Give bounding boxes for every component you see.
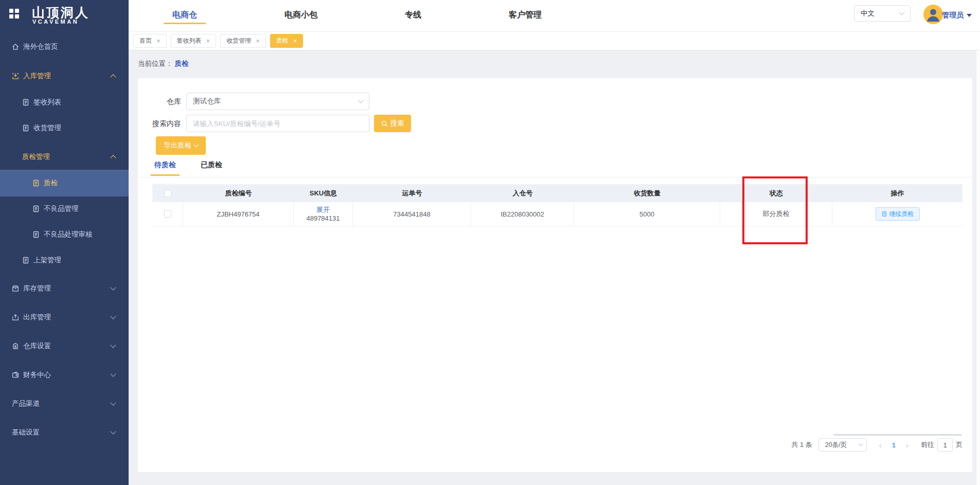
sidebar-item-product-channel[interactable]: 产品渠道	[0, 391, 129, 417]
current-page[interactable]: 1	[887, 441, 901, 449]
nav-tab-ecommerce-parcel[interactable]: 电商小包	[272, 0, 330, 32]
continue-qc-button[interactable]: 继续质检	[876, 207, 920, 221]
horizontal-scrollbar[interactable]	[833, 434, 962, 436]
sidebar: 山顶洞人 VCAVEMAN 海外仓首页 入库管理 签收列表 收货管理 质检管理 …	[0, 0, 129, 485]
sidebar-item-inbound-mgmt[interactable]: 入库管理	[0, 63, 129, 89]
col-header-tracking-no: 运单号	[353, 184, 471, 202]
sidebar-item-label: 出库管理	[23, 313, 51, 322]
search-input-wrap	[186, 115, 369, 132]
sidebar-item-label: 不良品处理审核	[44, 230, 93, 239]
sidebar-item-qc[interactable]: 质检	[0, 170, 129, 196]
cell-received-qty: 5000	[574, 202, 720, 226]
sidebar-item-basic-settings[interactable]: 基础设置	[0, 420, 129, 445]
goto-page-input[interactable]	[937, 438, 953, 452]
cell-status: 部分质检	[720, 202, 832, 226]
sidebar-item-receive-mgmt[interactable]: 收货管理	[0, 115, 129, 141]
sidebar-item-label: 仓库设置	[23, 342, 51, 351]
select-all-checkbox[interactable]	[164, 190, 171, 197]
cell-tracking-no: 7344541848	[353, 202, 471, 226]
sidebar-item-label: 产品渠道	[12, 399, 40, 408]
tabs-divider	[138, 177, 972, 177]
sidebar-item-label: 不良品管理	[44, 204, 79, 213]
expand-sku-link[interactable]: 展开	[316, 205, 330, 214]
caret-down-icon	[967, 14, 972, 17]
doc-icon	[32, 205, 40, 213]
prev-page-button[interactable]: ‹	[874, 441, 887, 450]
search-icon	[381, 120, 388, 127]
sidebar-item-label: 财务中心	[23, 370, 51, 380]
sidebar-item-overseas-home[interactable]: 海外仓首页	[0, 34, 129, 60]
user-name-label: 管理员	[942, 11, 964, 20]
user-menu[interactable]: 管理员	[942, 11, 972, 20]
chevron-up-icon	[110, 74, 116, 80]
sidebar-item-label: 入库管理	[23, 71, 51, 81]
breadcrumb: 当前位置：质检	[138, 59, 189, 68]
sidebar-item-label: 上架管理	[33, 256, 61, 265]
tag-label: 质检	[276, 37, 289, 45]
sidebar-item-warehouse-settings[interactable]: 仓库设置	[0, 333, 129, 359]
sidebar-item-sign-list[interactable]: 签收列表	[0, 89, 129, 115]
sidebar-item-qc-mgmt[interactable]: 质检管理	[0, 144, 129, 170]
tag-sign-list[interactable]: 签收列表 ×	[171, 34, 217, 48]
close-icon[interactable]: ×	[206, 38, 210, 44]
col-header-inbound-no: 入仓号	[471, 184, 574, 202]
search-input[interactable]	[193, 120, 363, 128]
collapse-menu-icon[interactable]	[9, 9, 20, 19]
chevron-down-icon	[110, 313, 116, 319]
tab-pending-qc[interactable]: 待质检	[154, 160, 176, 176]
total-count: 共 1 条	[791, 440, 812, 450]
sidebar-item-defective-review[interactable]: 不良品处理审核	[0, 222, 129, 247]
export-qc-label: 导出质检	[164, 141, 191, 150]
sidebar-item-label: 基础设置	[12, 428, 40, 437]
page-unit-label: 页	[956, 440, 963, 450]
chevron-down-icon	[110, 342, 116, 348]
search-button[interactable]: 搜索	[374, 115, 411, 132]
export-qc-button[interactable]: 导出质检	[156, 136, 206, 155]
main-panel: 仓库 测试仓库 搜索内容 搜索 导出质检 待质检 已质检 质检编号 SKU信息 …	[138, 78, 972, 472]
sidebar-item-finance-center[interactable]: 财务中心	[0, 362, 129, 388]
chevron-down-icon	[110, 400, 116, 405]
next-page-button[interactable]: ›	[901, 441, 914, 450]
doc-icon	[22, 98, 30, 106]
sidebar-item-inventory-mgmt[interactable]: 库存管理	[0, 276, 129, 301]
tab-done-qc[interactable]: 已质检	[201, 160, 222, 176]
tag-home[interactable]: 首页 ×	[133, 34, 167, 48]
nav-tab-ecommerce-warehouse[interactable]: 电商仓	[159, 0, 210, 32]
qc-table: 质检编号 SKU信息 运单号 入仓号 收货数量 状态 操作 ZJBH497675…	[152, 184, 963, 226]
warehouse-select[interactable]: 测试仓库	[186, 93, 369, 110]
language-select[interactable]: 中文	[854, 5, 911, 22]
sidebar-item-label: 收货管理	[33, 123, 61, 133]
nav-tab-dedicated-line[interactable]: 专线	[392, 0, 434, 32]
box-icon	[11, 284, 20, 293]
goto-label: 前往	[921, 440, 934, 450]
top-navbar: 电商仓 电商小包 专线 客户管理 中文 管理员	[129, 0, 980, 32]
sidebar-item-shelf-mgmt[interactable]: 上架管理	[0, 247, 129, 273]
warehouse-value: 测试仓库	[193, 97, 221, 106]
qc-tabs: 待质检 已质检	[154, 160, 247, 176]
col-header-status: 状态	[720, 184, 832, 202]
row-checkbox[interactable]	[164, 210, 171, 218]
sidebar-item-label: 质检管理	[22, 152, 50, 161]
tag-label: 签收列表	[177, 37, 202, 45]
close-icon[interactable]: ×	[256, 38, 260, 44]
sidebar-item-defective-mgmt[interactable]: 不良品管理	[0, 196, 129, 221]
close-icon[interactable]: ×	[293, 38, 297, 44]
chevron-up-icon	[110, 155, 116, 160]
nav-tab-customer-mgmt[interactable]: 客户管理	[496, 0, 555, 32]
tag-receive-mgmt[interactable]: 收货管理 ×	[220, 34, 266, 48]
table-header-row: 质检编号 SKU信息 运单号 入仓号 收货数量 状态 操作	[152, 184, 963, 202]
tag-qc[interactable]: 质检 ×	[270, 34, 304, 48]
doc-icon	[22, 256, 30, 264]
sidebar-item-outbound-mgmt[interactable]: 出库管理	[0, 304, 129, 330]
cell-actions: 继续质检	[832, 202, 963, 226]
sidebar-item-label: 质检	[44, 178, 58, 188]
pagination: 共 1 条 20条/页 ‹ 1 › 前往 页	[791, 438, 963, 452]
avatar[interactable]	[923, 5, 943, 24]
doc-icon	[881, 211, 887, 217]
page-size-select[interactable]: 20条/页	[818, 438, 867, 452]
warehouse-icon	[11, 342, 20, 350]
col-header-qc-no: 质检编号	[183, 184, 294, 202]
close-icon[interactable]: ×	[156, 38, 161, 44]
sidebar-item-label: 海外仓首页	[23, 42, 58, 51]
vertical-scrollbar[interactable]	[976, 50, 980, 485]
